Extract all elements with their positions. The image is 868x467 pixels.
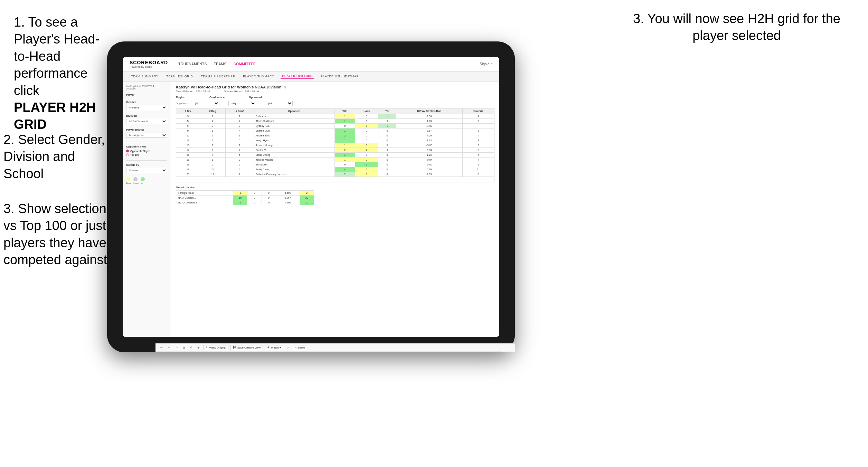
cell-conf: 1 <box>226 114 254 119</box>
conference-label: Conference <box>209 96 225 99</box>
nav-sign-out[interactable]: Sign out <box>480 62 492 66</box>
step3-bottom-text: 3. Show selection vs Top 100 or just pla… <box>3 200 114 269</box>
gender-section: Gender Women's <box>126 101 167 110</box>
opponents-row: Opponents: (All) (All) (All) <box>176 101 494 106</box>
legend-label-down: Down <box>126 182 131 184</box>
overall-record: Overall Record: 353 - 34 - 6 <box>176 90 210 93</box>
table-row: 1822 Euna Lee 030 -5.002 <box>176 162 494 167</box>
subnav-player-summary[interactable]: PLAYER SUMMARY <box>242 74 275 79</box>
grid-subtitle: Overall Record: 353 - 34 - 6 Division Re… <box>176 90 494 93</box>
table-row: 3 1 1 Esther Lee 1 0 1 1.50 4 <box>176 114 494 119</box>
divider-1 <box>126 142 167 142</box>
player-label: Player <box>126 93 167 96</box>
data-table: # Div # Reg # Conf Opponent Win Loss Tie… <box>176 108 494 182</box>
division-section: Division NCAA Division III <box>126 114 167 124</box>
subnav-team-summary[interactable]: TEAM SUMMARY <box>130 74 160 79</box>
col-reg: # Reg <box>200 108 226 114</box>
table-row: 19106 Emily Chang 410 0.3011 <box>176 167 494 172</box>
left-panel: Last Updated: 27/03/2024 16:55:38 Player… <box>123 82 171 337</box>
col-diff: Diff Av Strokes/Rnd <box>396 108 462 114</box>
gender-label: Gender <box>126 101 167 104</box>
radio-label-opponents: Opponents Played <box>130 150 150 152</box>
logo-subtext: Powered by clippd <box>130 65 168 68</box>
legend-label-level: Level <box>133 182 138 184</box>
opponent-filter-group: Opponent <box>249 96 262 99</box>
table-row: 633 Sydney Kuo 011 -1.00 <box>176 124 494 128</box>
radio-dot-top100 <box>126 153 129 156</box>
opponents-select-region[interactable]: (All) <box>192 101 219 106</box>
region-label: Region <box>176 96 185 99</box>
table-row: 1585 Stella Cheng 100 1.254 <box>176 153 494 158</box>
opponents-select-conference[interactable]: (All) <box>228 101 256 106</box>
colour-by-select[interactable]: Win/loss <box>126 168 167 173</box>
table-row: 20117 Federica Domecq Lacroze 210 1.336 <box>176 172 494 177</box>
right-content: Katelyn Vo Head-to-Head Grid for Women's… <box>171 82 499 337</box>
table-row: NCAA Division 2 5 0 0 7.400 10 <box>176 200 314 205</box>
division-record: Division Record: 331 - 34 - 6 <box>224 90 259 93</box>
subnav-team-h2h-heatmap[interactable]: TEAM H2H HEATMAP <box>199 74 236 79</box>
legend-dot-level <box>133 177 138 181</box>
grid-title: Katelyn Vo Head-to-Head Grid for Women's… <box>176 85 494 89</box>
subnav-player-h2h-grid[interactable]: PLAYER H2H GRID <box>281 74 314 79</box>
logo-text: SCOREBOARD <box>130 60 168 65</box>
legend-items: Down Level Up <box>126 177 167 184</box>
table-row: 1125 Heejo Hyun 100 3.333 <box>176 138 494 143</box>
legend: Down Level Up <box>126 177 167 184</box>
player-section: Player <box>126 93 167 96</box>
filter-row-top: Region Conference Opponent <box>176 96 494 99</box>
division-select[interactable]: NCAA Division III <box>126 119 167 124</box>
player-rank-label: Player (Rank) <box>126 128 167 131</box>
legend-label-up: Up <box>141 182 145 184</box>
col-tie: Tie <box>378 108 396 114</box>
radio-dot-selected <box>126 150 129 152</box>
radio-group: Opponents Played Top 100 <box>126 150 167 156</box>
subnav-player-h2h-heatmap[interactable]: PLAYER H2H HEATMAP <box>319 74 360 79</box>
instruction-step3-bottom: 3. Show selection vs Top 100 or just pla… <box>3 200 114 269</box>
opponents-select-opponent[interactable]: (All) <box>265 101 293 106</box>
navbar: SCOREBOARD Powered by clippd TOURNAMENTS… <box>123 57 499 72</box>
nav-links: TOURNAMENTS TEAMS COMMITTEE <box>178 62 256 66</box>
nav-teams[interactable]: TEAMS <box>214 62 227 66</box>
subnav: TEAM SUMMARY TEAM H2H GRID TEAM H2H HEAT… <box>123 72 499 82</box>
cell-diff: 1.50 <box>396 114 462 119</box>
table-row: 1474 Eunice Yi 220 0.389 <box>176 148 494 153</box>
colour-by-section: Colour by Win/loss <box>126 163 167 173</box>
table-row: 1613 Jessica Mason 120 -0.947 <box>176 158 494 162</box>
subnav-team-h2h-grid[interactable]: TEAM H2H GRID <box>165 74 194 79</box>
instruction-step1: 1. To see a Player's Head-to-Head perfor… <box>14 14 111 133</box>
cell-tie: 1 <box>378 114 396 119</box>
opponents-label: Opponents: <box>176 102 188 105</box>
col-conf: # Conf <box>226 108 254 114</box>
legend-dot-up <box>141 177 145 181</box>
main-content: Last Updated: 27/03/2024 16:55:38 Player… <box>123 82 499 337</box>
timestamp: Last Updated: 27/03/2024 16:55:38 <box>126 85 167 90</box>
step1-text: 1. To see a Player's Head-to-Head perfor… <box>14 14 111 133</box>
step2-text: 2. Select Gender, Division and School <box>3 131 111 182</box>
step3-top-text: 3. You will now see H2H grid for the pla… <box>633 10 840 45</box>
table-row: NAIA Division 1 15 0 0 9.267 30 <box>176 196 314 200</box>
nav-tournaments[interactable]: TOURNAMENTS <box>178 62 207 66</box>
logo: SCOREBOARD Powered by clippd <box>130 60 168 68</box>
nav-right: Sign out <box>480 62 492 66</box>
radio-label-top100: Top 100 <box>130 154 139 156</box>
division-label: Division <box>126 114 167 117</box>
table-row: Foreign Team 1 0 0 4.500 2 <box>176 191 314 196</box>
divider-2 <box>126 160 167 161</box>
table-row: 914 Sharon Mun 100 3.673 <box>176 128 494 133</box>
cell-rounds: 4 <box>462 114 494 119</box>
col-win: Win <box>335 108 355 114</box>
nav-committee[interactable]: COMMITTEE <box>234 62 256 66</box>
opponent-view-section: Opponent view Opponents Played Top 100 <box>126 145 167 156</box>
tablet-screen: SCOREBOARD Powered by clippd TOURNAMENTS… <box>123 57 499 337</box>
step1-bold: PLAYER H2H GRID <box>14 100 96 132</box>
radio-top100[interactable]: Top 100 <box>126 153 167 156</box>
legend-up: Up <box>141 177 145 184</box>
col-opponent: Opponent <box>254 108 335 114</box>
gender-select[interactable]: Women's <box>126 105 167 110</box>
cell-win: 1 <box>335 114 355 119</box>
player-rank-select[interactable]: 8. Katelyn Vo <box>126 133 167 138</box>
col-div: # Div <box>176 108 200 114</box>
radio-opponents-played[interactable]: Opponents Played <box>126 150 167 152</box>
cell-loss: 0 <box>355 114 378 119</box>
instruction-step2: 2. Select Gender, Division and School <box>3 131 111 182</box>
